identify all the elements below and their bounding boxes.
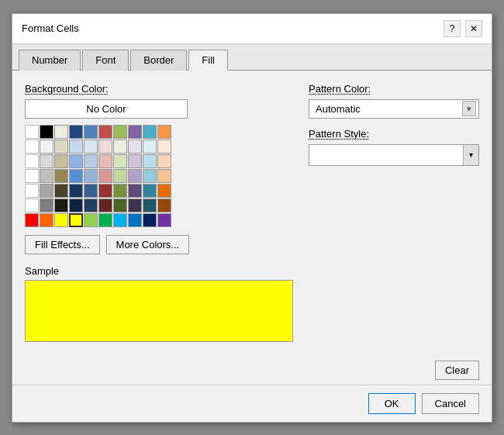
color-cell[interactable] — [128, 154, 142, 168]
color-cell[interactable] — [98, 169, 112, 183]
color-cell[interactable] — [98, 154, 112, 168]
color-cell[interactable] — [40, 140, 54, 154]
tab-number[interactable]: Number — [19, 50, 81, 71]
color-cell[interactable] — [25, 140, 39, 154]
color-cell[interactable] — [40, 213, 54, 227]
pattern-style-box[interactable]: ▾ — [309, 144, 479, 166]
color-cell[interactable] — [40, 154, 54, 168]
color-cell[interactable] — [25, 213, 39, 227]
color-cell[interactable] — [54, 140, 68, 154]
color-cell[interactable] — [69, 199, 83, 212]
color-cell[interactable] — [69, 125, 83, 139]
pattern-style-wrapper: ▾ — [309, 144, 479, 166]
color-row — [25, 199, 293, 212]
sample-label: Sample — [25, 265, 293, 277]
color-cell[interactable] — [113, 184, 127, 198]
pattern-color-select[interactable]: Automatic — [309, 99, 479, 119]
color-cell[interactable] — [25, 169, 39, 183]
color-cell[interactable] — [25, 184, 39, 198]
tab-fill[interactable]: Fill — [188, 50, 228, 71]
color-cell[interactable] — [128, 169, 142, 183]
tab-font[interactable]: Font — [82, 50, 129, 71]
color-cell[interactable] — [69, 154, 83, 168]
color-cell[interactable] — [128, 199, 142, 212]
color-cell[interactable] — [54, 213, 68, 227]
color-cell[interactable] — [84, 125, 98, 139]
footer: OK Cancel — [12, 385, 492, 422]
color-cell[interactable] — [69, 140, 83, 154]
color-cell[interactable] — [157, 169, 171, 183]
pattern-color-wrapper: Automatic ▾ — [309, 99, 479, 119]
color-cell[interactable] — [143, 199, 157, 212]
color-cell[interactable] — [157, 140, 171, 154]
color-cell[interactable] — [69, 213, 83, 227]
clear-button[interactable]: Clear — [435, 361, 479, 380]
color-cell[interactable] — [25, 199, 39, 212]
color-cell[interactable] — [84, 140, 98, 154]
color-cell[interactable] — [84, 184, 98, 198]
color-cell[interactable] — [143, 154, 157, 168]
color-cell[interactable] — [143, 213, 157, 227]
format-cells-dialog: Format Cells ? ✕ Number Font Border Fill… — [12, 13, 492, 423]
color-grid — [25, 125, 293, 227]
color-cell[interactable] — [54, 169, 68, 183]
color-cell[interactable] — [157, 154, 171, 168]
color-cell[interactable] — [40, 169, 54, 183]
color-cell[interactable] — [157, 213, 171, 227]
color-row — [25, 213, 293, 227]
color-cell[interactable] — [84, 199, 98, 212]
no-color-button[interactable]: No Color — [25, 99, 188, 119]
color-row — [25, 169, 293, 183]
color-cell[interactable] — [84, 213, 98, 227]
title-bar: Format Cells ? ✕ — [12, 14, 492, 44]
color-cell[interactable] — [25, 125, 39, 139]
color-cell[interactable] — [157, 125, 171, 139]
color-cell[interactable] — [40, 125, 54, 139]
color-cell[interactable] — [98, 140, 112, 154]
color-cell[interactable] — [113, 140, 127, 154]
color-cell[interactable] — [128, 140, 142, 154]
more-colors-button[interactable]: More Colors... — [106, 235, 190, 254]
color-cell[interactable] — [143, 169, 157, 183]
color-cell[interactable] — [128, 125, 142, 139]
color-cell[interactable] — [98, 184, 112, 198]
color-cell[interactable] — [128, 184, 142, 198]
color-cell[interactable] — [40, 184, 54, 198]
color-cell[interactable] — [54, 125, 68, 139]
color-cell[interactable] — [143, 184, 157, 198]
color-cell[interactable] — [98, 213, 112, 227]
close-button[interactable]: ✕ — [465, 20, 482, 37]
tab-bar: Number Font Border Fill — [12, 44, 492, 71]
color-cell[interactable] — [143, 140, 157, 154]
ok-button[interactable]: OK — [368, 393, 416, 414]
left-panel: Background Color: No Color Fill Effects.… — [25, 83, 293, 342]
color-cell[interactable] — [54, 199, 68, 212]
color-cell[interactable] — [54, 154, 68, 168]
cancel-button[interactable]: Cancel — [422, 393, 479, 414]
color-cell[interactable] — [113, 154, 127, 168]
color-cell[interactable] — [157, 184, 171, 198]
color-cell[interactable] — [84, 154, 98, 168]
pattern-style-label: Pattern Style: — [309, 128, 479, 140]
right-panel: Pattern Color: Automatic ▾ Pattern Style… — [309, 83, 479, 342]
color-cell[interactable] — [69, 169, 83, 183]
color-cell[interactable] — [113, 199, 127, 212]
color-cell[interactable] — [54, 184, 68, 198]
color-cell[interactable] — [128, 213, 142, 227]
color-cell[interactable] — [84, 169, 98, 183]
fill-effects-button[interactable]: Fill Effects... — [25, 235, 100, 254]
color-cell[interactable] — [113, 125, 127, 139]
color-cell[interactable] — [113, 213, 127, 227]
dialog-content: Background Color: No Color Fill Effects.… — [12, 71, 492, 354]
color-cell[interactable] — [40, 199, 54, 212]
color-cell[interactable] — [113, 169, 127, 183]
help-button[interactable]: ? — [444, 20, 461, 37]
color-cell[interactable] — [69, 184, 83, 198]
tab-border[interactable]: Border — [130, 50, 187, 71]
bg-color-label: Background Color: — [25, 83, 293, 95]
color-cell[interactable] — [25, 154, 39, 168]
color-cell[interactable] — [157, 199, 171, 212]
color-cell[interactable] — [98, 199, 112, 212]
color-cell[interactable] — [143, 125, 157, 139]
color-cell[interactable] — [98, 125, 112, 139]
